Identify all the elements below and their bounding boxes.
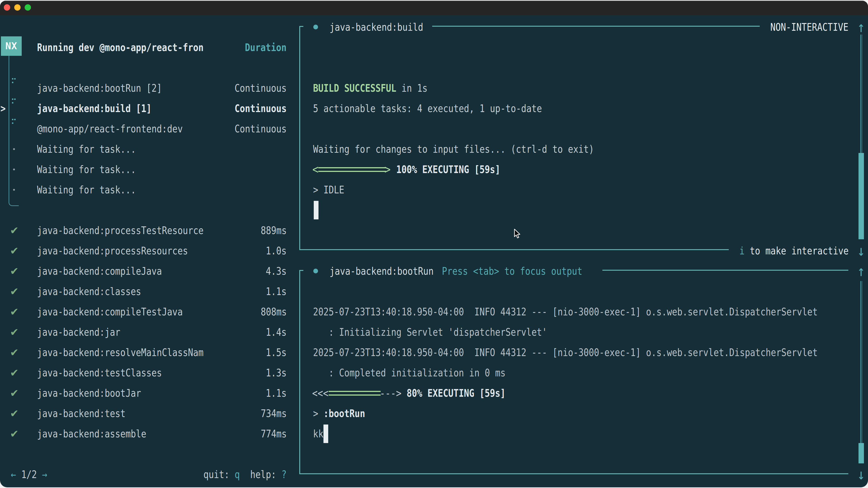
pager-next-icon[interactable]: →	[42, 468, 47, 481]
build-panel-border-bottom	[299, 249, 729, 250]
bootrun-prompt-line: > :bootRun	[313, 403, 365, 424]
check-icon: ✔	[10, 261, 19, 281]
task-waiting-dot-icon	[13, 189, 15, 191]
bootrun-terminal-cursor	[323, 424, 328, 443]
build-progress-bar-fill	[318, 167, 386, 172]
build-panel-title-rule	[432, 26, 760, 27]
build-panel-title[interactable]: java-backend:build	[330, 17, 423, 37]
task-duration: 1.3s	[266, 363, 287, 383]
build-panel-mode-badge: NON-INTERACTIVE	[770, 17, 848, 37]
interactive-key[interactable]: i	[739, 245, 745, 257]
build-progress-label: 100% EXECUTING [59s]	[396, 159, 500, 180]
build-scrollbar-thumb[interactable]	[859, 153, 864, 239]
selected-task-arrow-icon: >	[0, 98, 6, 119]
task-name: java-backend:jar	[37, 322, 120, 342]
bootrun-progress-bar-fill	[329, 391, 381, 396]
check-icon: ✔	[10, 322, 19, 342]
pager-label	[16, 468, 21, 481]
task-name: java-backend:processResources	[37, 240, 188, 261]
check-icon: ✔	[10, 342, 19, 363]
build-waiting-line: Waiting for changes to input files... (c…	[313, 139, 594, 159]
task-name: Waiting for task...	[37, 159, 136, 180]
quit-key[interactable]: q	[235, 468, 240, 481]
task-duration: 1.4s	[266, 322, 287, 342]
build-result-line: BUILD SUCCESSFUL in 1s	[313, 78, 428, 98]
task-status: Continuous	[235, 78, 287, 98]
mouse-cursor-icon	[514, 229, 521, 239]
bootrun-scrollbar-thumb[interactable]	[859, 443, 864, 463]
task-name: Waiting for task...	[37, 139, 136, 159]
build-idle-line: > IDLE	[313, 180, 344, 200]
task-duration: 1.5s	[266, 342, 287, 363]
bootrun-panel-title-rule	[602, 270, 848, 271]
build-successful-text: BUILD SUCCESSFUL	[313, 82, 396, 94]
bootrun-panel-border-left	[299, 270, 300, 474]
build-scrollbar-track-right	[862, 35, 862, 153]
task-duration: 734ms	[260, 403, 287, 424]
pager[interactable]: ← 1/2 →	[11, 464, 47, 485]
close-button[interactable]	[4, 4, 10, 11]
check-icon: ✔	[10, 281, 19, 302]
task-status: Continuous	[235, 98, 287, 119]
bootrun-progress-bar-left-arrows: <<<	[312, 383, 329, 403]
bootrun-prompt-arrow: >	[313, 408, 323, 420]
check-icon: ✔	[10, 220, 19, 240]
bootrun-panel-border-bottom	[299, 473, 848, 474]
bootrun-scrollbar-track-right	[862, 281, 862, 443]
check-icon: ✔	[10, 240, 19, 261]
task-name: java-backend:assemble	[37, 424, 146, 444]
bootrun-input-text[interactable]: kk	[313, 424, 323, 444]
quit-hint-label: quit:	[204, 468, 235, 481]
screen: NX Running dev @mono-app/react-fron Dura…	[0, 0, 868, 488]
task-name: java-backend:processTestResource	[37, 220, 204, 240]
task-status: Continuous	[235, 119, 287, 139]
bootrun-panel-title[interactable]: java-backend:bootRun	[330, 261, 434, 281]
bootrun-focus-hint: Press <tab> to focus output	[442, 261, 582, 281]
interactive-hint-text: to make interactive	[745, 245, 848, 257]
check-icon: ✔	[10, 302, 19, 322]
task-duration: 774ms	[260, 424, 287, 444]
task-name: java-backend:compileJava	[37, 261, 162, 281]
build-time-text: in 1s	[396, 82, 428, 94]
bootrun-panel-scroll-up-icon[interactable]: ↑	[857, 261, 865, 281]
nx-logo: NX	[1, 36, 22, 56]
pager-spacer	[37, 468, 42, 481]
task-duration: 808ms	[260, 302, 287, 322]
bootrun-panel-border-top-stub	[299, 270, 303, 271]
build-terminal-cursor	[314, 201, 318, 219]
build-panel-border-top-stub	[299, 26, 303, 27]
help-key[interactable]: ?	[281, 468, 287, 481]
task-name: @mono-app/react-frontend:dev	[37, 119, 183, 139]
pager-page: 1/2	[21, 468, 37, 481]
task-name: java-backend:resolveMainClassNam	[37, 342, 204, 363]
task-spinner-icon	[12, 98, 13, 100]
bootrun-log-line: 2025-07-23T13:40:18.950-04:00 INFO 44312…	[313, 342, 817, 363]
bootrun-log-line: : Initializing Servlet 'dispatcherServle…	[313, 322, 547, 342]
check-icon: ✔	[10, 383, 19, 403]
build-tasks-summary: 5 actionable tasks: 4 executed, 1 up-to-…	[313, 98, 542, 119]
build-footer-hint: i to make interactive	[739, 240, 848, 261]
task-name: java-backend:test	[37, 403, 125, 424]
task-duration: 4.3s	[266, 261, 287, 281]
duration-column-header: Duration	[245, 37, 287, 58]
task-spinner-icon	[12, 78, 13, 79]
key-hints: quit: q help: ?	[204, 464, 287, 485]
task-name: java-backend:compileTestJava	[37, 302, 183, 322]
build-panel-scroll-down-icon[interactable]: ↓	[857, 240, 865, 261]
pager-prev-icon[interactable]: ←	[11, 468, 16, 481]
build-scrollbar-track-left	[860, 35, 861, 153]
task-name: java-backend:bootJar	[37, 383, 141, 403]
check-icon: ✔	[10, 363, 19, 383]
task-name: java-backend:bootRun [2]	[37, 78, 162, 98]
build-panel-scroll-up-icon[interactable]: ↑	[857, 17, 865, 37]
bootrun-panel-scroll-down-icon[interactable]: ↓	[857, 464, 865, 485]
minimize-button[interactable]	[14, 4, 21, 11]
titlebar[interactable]	[0, 1, 868, 15]
task-spinner-icon	[12, 119, 13, 120]
task-name: java-backend:classes	[37, 281, 141, 302]
zoom-button[interactable]	[25, 4, 31, 11]
bootrun-progress-bar-right-arrows: --->	[380, 383, 401, 403]
bootrun-prompt-task: :bootRun	[323, 408, 365, 420]
terminal-window: NX Running dev @mono-app/react-fron Dura…	[0, 1, 868, 487]
task-waiting-dot-icon	[13, 168, 15, 170]
